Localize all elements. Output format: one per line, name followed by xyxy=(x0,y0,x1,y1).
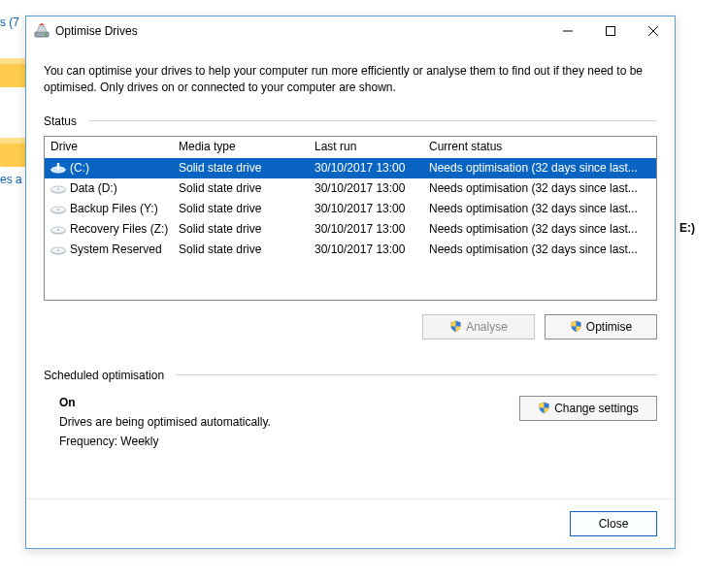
svg-point-15 xyxy=(57,210,59,211)
last-run: 30/10/2017 13:00 xyxy=(314,222,429,236)
bg-drive-letter: E:) xyxy=(679,221,695,235)
bg-text: s (7 xyxy=(0,16,19,29)
svg-rect-8 xyxy=(57,163,59,169)
table-row[interactable]: (C:)Solid state drive30/10/2017 13:00Nee… xyxy=(45,158,656,178)
disk-icon xyxy=(50,203,66,214)
close-label: Close xyxy=(599,517,629,531)
media-type: Solid state drive xyxy=(179,202,314,215)
close-button[interactable]: Close xyxy=(570,511,657,536)
last-run: 30/10/2017 13:00 xyxy=(314,242,429,256)
drive-name: Data (D:) xyxy=(70,181,117,195)
scheduled-label: Scheduled optimisation xyxy=(44,369,164,382)
analyse-label: Analyse xyxy=(466,320,508,334)
media-type: Solid state drive xyxy=(179,222,314,236)
close-window-button[interactable] xyxy=(632,16,675,46)
current-status: Needs optimisation (32 days since last..… xyxy=(429,242,650,256)
shield-icon xyxy=(570,320,582,333)
divider xyxy=(176,374,657,375)
optimise-drives-window: Optimise Drives You can optimise your dr… xyxy=(25,16,676,549)
change-settings-label: Change settings xyxy=(554,402,639,415)
svg-point-21 xyxy=(57,250,59,252)
window-title: Optimise Drives xyxy=(55,24,138,38)
scheduled-desc: Drives are being optimised automatically… xyxy=(59,415,500,429)
analyse-button: Analyse xyxy=(422,314,535,339)
col-status[interactable]: Current status xyxy=(429,140,650,153)
table-row[interactable]: System ReservedSolid state drive30/10/20… xyxy=(45,240,656,260)
svg-point-2 xyxy=(45,34,47,36)
last-run: 30/10/2017 13:00 xyxy=(314,202,429,215)
svg-rect-4 xyxy=(607,27,615,36)
optimise-label: Optimise xyxy=(586,320,632,334)
current-status: Needs optimisation (32 days since last..… xyxy=(429,202,650,215)
scheduled-frequency: Frequency: Weekly xyxy=(59,435,500,448)
table-row[interactable]: Backup Files (Y:)Solid state drive30/10/… xyxy=(45,199,656,219)
media-type: Solid state drive xyxy=(179,161,314,175)
bg-text: es a xyxy=(0,173,22,186)
disk-icon xyxy=(50,223,66,235)
last-run: 30/10/2017 13:00 xyxy=(314,181,429,195)
divider xyxy=(88,120,657,121)
maximize-button[interactable] xyxy=(589,16,632,46)
table-row[interactable]: Recovery Files (Z:)Solid state drive30/1… xyxy=(45,219,656,240)
titlebar: Optimise Drives xyxy=(26,16,675,46)
intro-text: You can optimise your drives to help you… xyxy=(44,63,657,97)
media-type: Solid state drive xyxy=(179,242,314,256)
drives-table: Drive Media type Last run Current status… xyxy=(44,136,657,301)
optimise-button[interactable]: Optimise xyxy=(545,314,657,339)
col-last-run[interactable]: Last run xyxy=(314,140,429,153)
table-header: Drive Media type Last run Current status xyxy=(45,137,656,158)
drive-name: Recovery Files (Z:) xyxy=(70,222,168,236)
col-media[interactable]: Media type xyxy=(179,140,314,153)
drive-name: (C:) xyxy=(70,161,89,175)
current-status: Needs optimisation (32 days since last..… xyxy=(429,222,650,236)
media-type: Solid state drive xyxy=(179,181,314,195)
disk-icon xyxy=(50,243,66,255)
table-row[interactable]: Data (D:)Solid state drive30/10/2017 13:… xyxy=(45,178,656,199)
shield-icon xyxy=(449,320,462,333)
disk-icon xyxy=(50,162,66,174)
drive-name: Backup Files (Y:) xyxy=(70,202,158,215)
drive-name: System Reserved xyxy=(70,242,162,256)
svg-point-18 xyxy=(57,230,59,232)
scheduled-info: On Drives are being optimised automatica… xyxy=(59,396,500,454)
svg-point-12 xyxy=(57,189,59,191)
col-drive[interactable]: Drive xyxy=(50,140,179,153)
status-label: Status xyxy=(44,114,77,128)
current-status: Needs optimisation (32 days since last..… xyxy=(429,181,650,195)
svg-point-9 xyxy=(57,169,59,171)
shield-icon xyxy=(538,402,550,414)
last-run: 30/10/2017 13:00 xyxy=(314,161,429,175)
scheduled-state: On xyxy=(59,396,500,409)
app-icon xyxy=(34,23,50,39)
current-status: Needs optimisation (32 days since last..… xyxy=(429,161,650,175)
minimize-button[interactable] xyxy=(546,16,589,46)
change-settings-button[interactable]: Change settings xyxy=(519,396,657,421)
disk-icon xyxy=(50,182,66,194)
